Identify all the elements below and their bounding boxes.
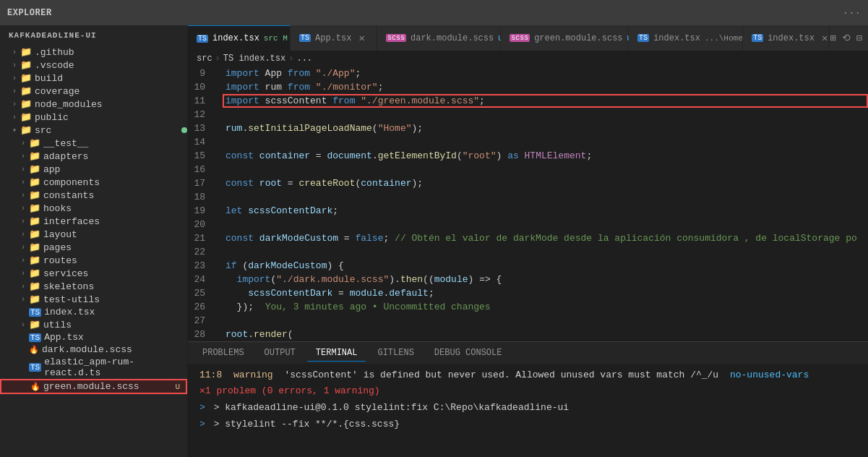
token: scssContentDark	[248, 204, 332, 218]
sidebar-item-public[interactable]: ›📁public	[0, 111, 187, 124]
sidebar-item-label: utils	[43, 320, 187, 330]
token: =	[332, 286, 349, 300]
sidebar-item-vscode[interactable]: ›📁.vscode	[0, 59, 187, 72]
tabs-bar: TSindex.tsxsrc M✕TSApp.tsx✕scssdark.modu…	[188, 25, 868, 51]
token	[242, 204, 248, 218]
sidebar-item-__test__[interactable]: ›📁__test__	[0, 137, 187, 150]
problem-count: ✕1 problem (0 errors, 1 warning)	[199, 385, 380, 396]
token: if	[225, 259, 237, 273]
sidebar-item-layout[interactable]: ›📁layout	[0, 228, 187, 241]
token: );	[411, 121, 423, 135]
terminal-prompt-2: > > stylelint --fix **/*.{css.scss}	[199, 419, 856, 430]
warning-rule: no-unused-vars	[730, 370, 809, 380]
code-editor[interactable]: 9101112131415161718192021222324252627282…	[188, 67, 868, 341]
token: "./App"	[316, 67, 356, 80]
arrow-right-icon: ›	[17, 270, 29, 278]
sidebar-item-hooks[interactable]: ›📁hooks	[0, 202, 187, 215]
warning-line-num: 11:8	[199, 370, 222, 380]
token: getElementById	[378, 149, 457, 163]
sidebar-item-components[interactable]: ›📁components	[0, 176, 187, 189]
panel-tab-terminal[interactable]: TERMINAL	[307, 345, 366, 362]
token: )	[497, 149, 508, 163]
sidebar-item-dark-scss[interactable]: 🔥dark.module.scss	[0, 343, 187, 356]
token	[254, 231, 259, 245]
sidebar-item-label: services	[43, 268, 187, 279]
sidebar-item-test-utils[interactable]: ›📁test-utils	[0, 293, 187, 306]
sidebar-item-App-ts[interactable]: TSApp.tsx	[0, 331, 187, 343]
line-number-9: 9	[188, 67, 211, 80]
tab-app-tsx[interactable]: TSApp.tsx✕	[291, 25, 377, 51]
sidebar: KAFKADEADLINE-UI ›📁.github›📁.vscode›📁bui…	[0, 25, 188, 457]
sidebar-item-build[interactable]: ›📁build	[0, 72, 187, 85]
file-tree: ›📁.github›📁.vscode›📁build›📁coverage›📁nod…	[0, 46, 187, 394]
sidebar-item-github[interactable]: ›📁.github	[0, 46, 187, 59]
token: let	[225, 204, 242, 218]
arrow-right-icon: ›	[17, 257, 29, 265]
sidebar-item-node_modules[interactable]: ›📁node_modules	[0, 98, 187, 111]
split-editor-icon[interactable]: ⊞	[830, 32, 835, 44]
problem-summary: ✕1 problem (0 errors, 1 warning)	[199, 385, 856, 396]
line-number-25: 25	[188, 286, 211, 300]
sidebar-item-services[interactable]: ›📁services	[0, 267, 187, 280]
code-line-27	[223, 314, 868, 328]
code-content[interactable]: import App from "./App";import rum from …	[223, 67, 868, 341]
sidebar-item-adapters[interactable]: ›📁adapters	[0, 150, 187, 163]
sidebar-item-pages[interactable]: ›📁pages	[0, 241, 187, 254]
token: root	[259, 176, 282, 190]
code-line-18	[223, 190, 868, 204]
folder-icon: 📁	[20, 59, 32, 71]
sidebar-item-routes[interactable]: ›📁routes	[0, 254, 187, 267]
folder-icon: 📁	[29, 189, 40, 201]
sidebar-item-src[interactable]: ▾📁src	[0, 124, 187, 137]
panel-tab-gitlens[interactable]: GITLENS	[369, 345, 422, 361]
sidebar-item-label: build	[35, 73, 187, 84]
folder-icon: 📁	[29, 319, 40, 330]
more-tabs-icon[interactable]: ⟲	[842, 32, 851, 44]
tab-label: App.tsx	[315, 33, 351, 43]
ts-file-icon: TS	[29, 333, 41, 342]
sidebar-item-index-ts[interactable]: TSindex.tsx	[0, 306, 187, 318]
sidebar-item-constants[interactable]: ›📁constants	[0, 189, 187, 202]
tab-close-icon[interactable]: ✕	[358, 32, 364, 44]
token: scssContentDark	[248, 286, 332, 300]
tab-index-tsx-main[interactable]: TSindex.tsxsrc M✕	[188, 25, 291, 51]
folder-icon: 📁	[29, 228, 40, 240]
arrow-right-icon: ›	[17, 205, 29, 213]
token: ;	[378, 80, 384, 94]
tab-close-icon[interactable]: ✕	[822, 32, 828, 44]
tab-green-scss-tab[interactable]: scssgreen.module.scssU✕	[501, 25, 629, 51]
tab-dark-scss-tab[interactable]: scssdark.module.scssU✕	[377, 25, 501, 51]
token: "./dark.module.scss"	[276, 273, 389, 286]
sidebar-item-interfaces[interactable]: ›📁interfaces	[0, 215, 187, 228]
line-number-10: 10	[188, 80, 211, 94]
token: ;	[355, 67, 361, 80]
sidebar-item-coverage[interactable]: ›📁coverage	[0, 85, 187, 98]
token: false	[355, 231, 383, 245]
arrow-right-icon: ›	[17, 192, 29, 200]
sidebar-item-elastic-ts[interactable]: TSelastic_apm-rum-react.d.ts	[0, 356, 187, 379]
tab-index-tsx2[interactable]: TSindex.tsx✕	[743, 25, 830, 51]
sidebar-item-label: skeletons	[43, 281, 187, 292]
panel-tab-output[interactable]: OUTPUT	[256, 345, 304, 361]
more-icon[interactable]: ···	[843, 7, 861, 19]
sidebar-item-app[interactable]: ›📁app	[0, 163, 187, 176]
tab-index-tsx-home[interactable]: TSindex.tsx...\Home✕	[629, 25, 743, 51]
token: scssContent	[259, 94, 332, 108]
folder-icon: 📁	[29, 176, 40, 188]
sidebar-item-label: test-utils	[43, 294, 187, 305]
prompt-cmd-1: > kafkadeadline-ui@0.1.0 stylelint:fix C…	[214, 402, 569, 413]
folder-icon: 📁	[29, 268, 40, 279]
toggle-panel-icon[interactable]: ⊟	[856, 32, 862, 44]
sidebar-item-utils[interactable]: ›📁utils	[0, 318, 187, 331]
tab-lang-icon: TS	[752, 34, 763, 42]
token: =	[338, 231, 355, 245]
folder-icon: 📁	[20, 124, 32, 136]
token: ;	[332, 204, 338, 218]
token: import	[225, 80, 259, 94]
token: =	[282, 176, 298, 190]
sidebar-item-green-scss[interactable]: 🔥green.module.scssU	[0, 379, 187, 394]
panel-tab-debug-console[interactable]: DEBUG CONSOLE	[426, 345, 511, 361]
panel-tab-problems[interactable]: PROBLEMS	[194, 345, 253, 361]
token: ;	[429, 286, 434, 300]
sidebar-item-skeletons[interactable]: ›📁skeletons	[0, 280, 187, 293]
